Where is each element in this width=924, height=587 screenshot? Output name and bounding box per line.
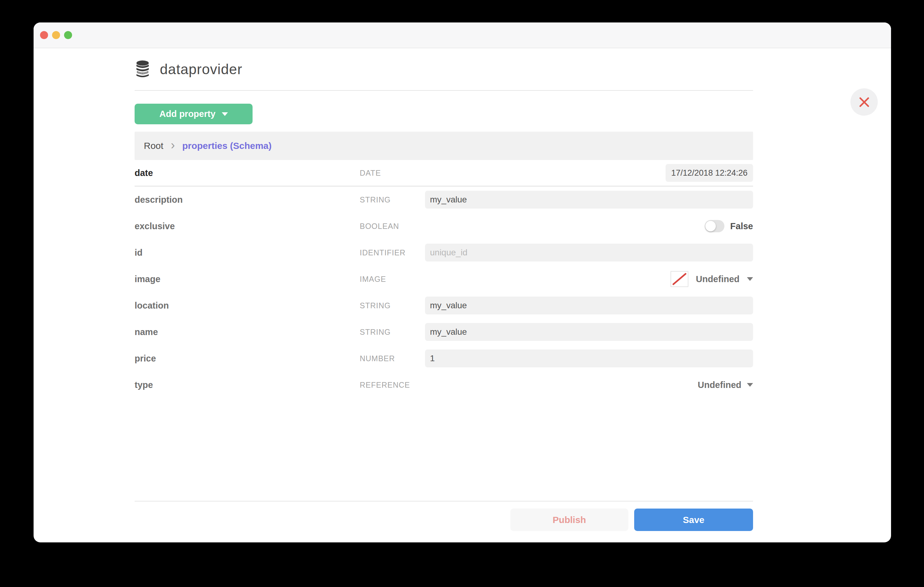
property-row: price NUMBER: [135, 345, 753, 372]
property-row: id IDENTIFIER: [135, 239, 753, 266]
caret-down-icon[interactable]: [747, 383, 753, 387]
breadcrumb: Root › properties (Schema): [135, 132, 753, 160]
dialog-body: dataprovider Add property Root › propert…: [33, 48, 891, 398]
property-value-cell: False: [425, 220, 753, 232]
property-value-cell: [425, 323, 753, 341]
property-value-cell: Undefined: [425, 380, 753, 390]
property-name: exclusive: [135, 221, 360, 231]
property-name: id: [135, 248, 360, 258]
property-row: location STRING: [135, 292, 753, 319]
property-value-cell: [425, 191, 753, 209]
property-type-label: IMAGE: [360, 275, 425, 284]
boolean-toggle[interactable]: [705, 220, 724, 232]
caret-down-icon: [222, 112, 228, 116]
reference-value-group: Undefined: [698, 380, 753, 390]
property-row: exclusive BOOLEAN False: [135, 213, 753, 239]
window-titlebar: [33, 23, 891, 48]
property-row: type REFERENCE Undefined: [135, 372, 753, 398]
property-value-cell: [425, 350, 753, 367]
text-value-input[interactable]: [425, 297, 753, 314]
image-value-label[interactable]: Undefined: [696, 274, 739, 284]
property-value-cell: [425, 244, 753, 261]
property-type-label: IDENTIFIER: [360, 248, 425, 257]
property-value-cell: 17/12/2018 12:24:26: [425, 164, 753, 182]
traffic-light-minimize-icon[interactable]: [52, 31, 60, 39]
traffic-light-zoom-icon[interactable]: [64, 31, 72, 39]
property-name: date: [135, 168, 360, 178]
property-type-label: REFERENCE: [360, 381, 425, 390]
toggle-state-label: False: [730, 221, 753, 231]
broken-image-icon: [672, 273, 686, 285]
chevron-right-icon: ›: [171, 139, 175, 153]
close-icon: [858, 96, 870, 108]
property-name: location: [135, 301, 360, 311]
property-row: image IMAGE Undefined: [135, 266, 753, 292]
property-name: description: [135, 195, 360, 205]
property-value-cell: Undefined: [425, 271, 753, 287]
property-name: name: [135, 327, 360, 337]
modal-window: dataprovider Add property Root › propert…: [33, 23, 891, 543]
add-property-label: Add property: [159, 109, 215, 119]
property-value-cell: [425, 297, 753, 314]
property-type-label: BOOLEAN: [360, 222, 425, 231]
property-type-label: DATE: [360, 169, 425, 178]
database-icon: [135, 60, 151, 78]
property-type-label: NUMBER: [360, 354, 425, 363]
text-value-input[interactable]: [425, 244, 753, 261]
image-value-group: Undefined: [670, 271, 753, 287]
dialog-header: dataprovider: [135, 48, 753, 91]
property-row: name STRING: [135, 319, 753, 345]
breadcrumb-current[interactable]: properties (Schema): [182, 141, 272, 151]
date-value-field[interactable]: 17/12/2018 12:24:26: [666, 164, 753, 182]
traffic-light-close-icon[interactable]: [40, 31, 48, 39]
text-value-input[interactable]: [425, 350, 753, 367]
boolean-toggle-group: False: [705, 220, 753, 232]
caret-down-icon[interactable]: [747, 277, 753, 281]
toggle-knob-icon: [705, 221, 716, 231]
property-type-label: STRING: [360, 196, 425, 204]
property-name: price: [135, 354, 360, 363]
save-button[interactable]: Save: [634, 508, 753, 531]
add-property-button[interactable]: Add property: [135, 104, 252, 124]
property-type-label: STRING: [360, 301, 425, 310]
dialog-footer: Publish Save: [135, 501, 753, 543]
reference-value-label[interactable]: Undefined: [698, 380, 741, 390]
property-name: image: [135, 274, 360, 284]
breadcrumb-root[interactable]: Root: [144, 141, 163, 151]
text-value-input[interactable]: [425, 191, 753, 209]
text-value-input[interactable]: [425, 323, 753, 341]
property-name: type: [135, 380, 360, 390]
property-type-label: STRING: [360, 328, 425, 337]
publish-button[interactable]: Publish: [510, 508, 628, 531]
property-list: date DATE 17/12/2018 12:24:26 descriptio…: [135, 160, 753, 398]
property-row: date DATE 17/12/2018 12:24:26: [135, 160, 753, 186]
page-title: dataprovider: [160, 61, 243, 77]
property-row: description STRING: [135, 186, 753, 213]
close-button[interactable]: [850, 88, 878, 116]
broken-image-thumbnail[interactable]: [670, 271, 688, 287]
